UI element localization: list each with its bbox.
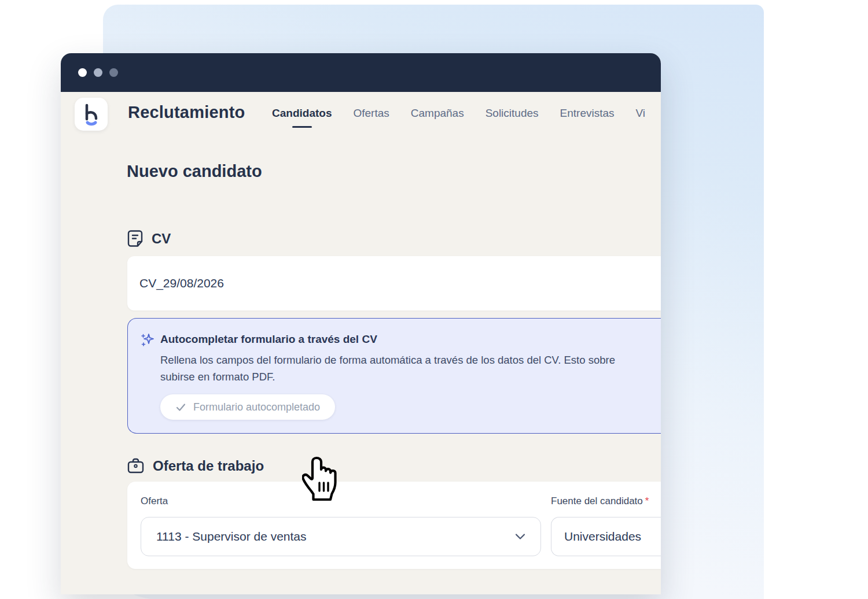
person-icon xyxy=(127,593,144,594)
tab-ofertas[interactable]: Ofertas xyxy=(353,107,389,120)
offer-select-value: 1113 - Supervisor de ventas xyxy=(156,530,307,543)
app-title: Reclutamiento xyxy=(128,103,245,122)
offer-section-heading: Oferta de trabajo xyxy=(127,457,264,475)
page-content: Nuevo candidato CV CV_29/08/2026 Aut xyxy=(61,138,661,594)
tab-campanas[interactable]: Campañas xyxy=(411,107,464,120)
page-title: Nuevo candidato xyxy=(127,162,262,181)
check-icon xyxy=(175,402,186,413)
cv-file-field[interactable]: CV_29/08/2026 xyxy=(127,256,661,310)
document-icon xyxy=(127,229,144,248)
b-logo-icon xyxy=(75,98,108,131)
window-dot-maximize[interactable] xyxy=(109,68,118,77)
autofill-banner: Autocompletar formulario a través del CV… xyxy=(127,318,661,434)
chevron-down-icon xyxy=(515,533,525,540)
personal-section-heading: Datos personales xyxy=(127,593,267,594)
tab-candidatos[interactable]: Candidatos xyxy=(272,107,332,120)
offer-heading-label: Oferta de trabajo xyxy=(153,458,264,474)
window-dot-close[interactable] xyxy=(78,68,87,77)
marketing-canvas: Reclutamiento Candidatos Ofertas Campaña… xyxy=(0,0,868,599)
window-dot-minimize[interactable] xyxy=(94,68,102,77)
hand-pointer-cursor xyxy=(302,454,340,506)
active-tab-underline xyxy=(292,126,312,128)
brand-logo xyxy=(75,98,108,131)
offer-card: Oferta 1113 - Supervisor de ventas Fuent… xyxy=(127,482,661,569)
main-nav: Candidatos Ofertas Campañas Solicitudes … xyxy=(272,107,645,120)
source-select-value: Universidades xyxy=(564,530,641,543)
offer-select[interactable]: 1113 - Supervisor de ventas xyxy=(141,517,541,556)
personal-heading-label: Datos personales xyxy=(152,594,267,595)
tab-solicitudes[interactable]: Solicitudes xyxy=(486,107,539,120)
sparkles-icon xyxy=(140,332,155,347)
source-field-label: Fuente del candidato* xyxy=(551,496,649,507)
autofill-description-line1: Rellena los campos del formulario de for… xyxy=(160,354,615,367)
offer-field-label: Oferta xyxy=(141,496,168,507)
autofill-description-line2: subirse en formato PDF. xyxy=(160,371,275,383)
required-asterisk: * xyxy=(645,496,649,506)
cv-section-heading: CV xyxy=(127,229,171,248)
autofill-completed-button[interactable]: Formulario autocompletado xyxy=(160,394,335,420)
cv-heading-label: CV xyxy=(152,231,171,247)
source-select[interactable]: Universidades xyxy=(551,517,661,556)
autofill-title: Autocompletar formulario a través del CV xyxy=(160,333,377,346)
tab-entrevistas[interactable]: Entrevistas xyxy=(560,107,615,120)
cv-file-name: CV_29/08/2026 xyxy=(139,276,224,290)
tab-clipped[interactable]: Vi xyxy=(636,107,646,120)
window-titlebar xyxy=(61,53,661,92)
app-header: Reclutamiento Candidatos Ofertas Campaña… xyxy=(61,92,661,138)
briefcase-icon xyxy=(127,457,145,475)
app-window: Reclutamiento Candidatos Ofertas Campaña… xyxy=(61,53,661,594)
